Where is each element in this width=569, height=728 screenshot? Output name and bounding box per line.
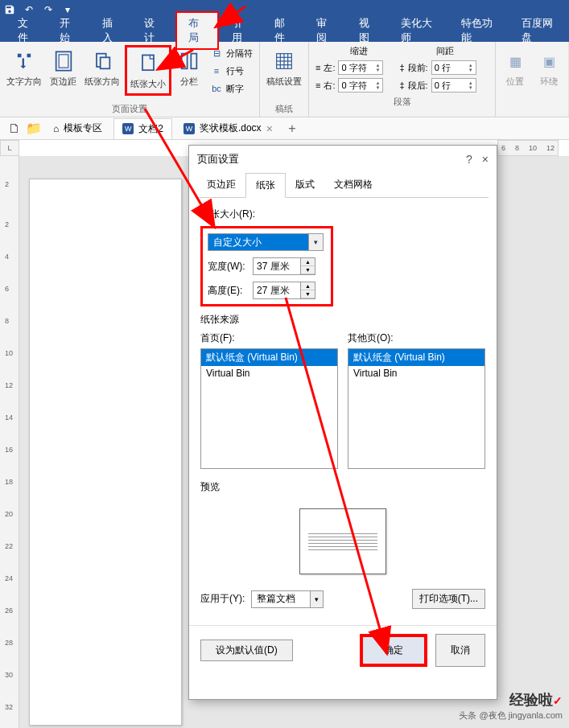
paper-size-icon: [135, 51, 161, 76]
line-numbers-button[interactable]: ≡行号: [207, 63, 256, 79]
other-page-label: 其他页(O):: [348, 331, 485, 345]
indent-right-input[interactable]: 0 字符▲▼: [338, 78, 383, 93]
indent-left-input[interactable]: 0 字符▲▼: [338, 60, 383, 75]
height-input[interactable]: ▲▼: [253, 282, 315, 299]
doc-tab-1[interactable]: W 文档2: [113, 118, 172, 139]
first-page-label: 首页(F):: [200, 331, 338, 345]
width-input[interactable]: ▲▼: [253, 257, 315, 275]
draft-settings-button[interactable]: 稿纸设置: [263, 45, 305, 91]
svg-rect-4: [142, 56, 154, 71]
dialog-tab-layout[interactable]: 版式: [286, 173, 324, 197]
paper-size-combo[interactable]: 自定义大小 ▾: [208, 233, 324, 251]
paragraph-label: 段落: [315, 94, 489, 109]
orientation-icon: [89, 48, 115, 74]
after-input[interactable]: 0 行▲▼: [431, 78, 476, 93]
text-direction-button[interactable]: 文字方向: [3, 45, 45, 91]
after-label: 段后:: [408, 80, 428, 92]
template-area-tab[interactable]: ⌂ 模板专区: [45, 118, 110, 138]
indent-right-icon: ≡: [315, 80, 320, 90]
margins-icon: [51, 48, 76, 74]
width-label: 宽度(W):: [208, 260, 248, 274]
document-page[interactable]: [29, 179, 182, 726]
ok-button[interactable]: 确定: [360, 634, 427, 667]
indent-left-label: 左:: [324, 62, 335, 74]
indent-left-icon: ≡: [315, 63, 320, 72]
wrap-icon: ▣: [536, 48, 562, 74]
svg-rect-5: [182, 54, 188, 69]
spin-up-icon[interactable]: ▲: [301, 282, 315, 290]
dialog-tabs: 页边距 纸张 版式 文档网格: [197, 173, 489, 198]
indent-header: 缩进: [350, 45, 368, 57]
word-icon: W: [183, 123, 195, 134]
draft-label: 稿纸: [260, 101, 308, 117]
page-setup-label: 页面设置: [0, 101, 259, 117]
dialog-title: 页面设置: [197, 152, 239, 167]
dialog-tab-margins[interactable]: 页边距: [197, 173, 245, 197]
ribbon: 文字方向 页边距 纸张方向 纸张大小 分栏 ⊟分隔符 ≡行号 bc断字: [0, 42, 569, 117]
columns-icon: [176, 48, 202, 74]
dialog-help-icon[interactable]: ?: [466, 153, 472, 166]
cancel-button[interactable]: 取消: [435, 634, 485, 667]
text-direction-icon: [11, 48, 37, 74]
close-icon[interactable]: ×: [266, 122, 273, 135]
vertical-ruler: 2 2 4 6 8 10 12 14 16 18 20 22 24 26 28 …: [0, 156, 19, 728]
add-tab-icon[interactable]: +: [284, 121, 300, 137]
height-label: 高度(E):: [208, 284, 248, 298]
set-default-button[interactable]: 设为默认值(D): [200, 640, 293, 661]
apply-to-combo[interactable]: 整篇文档 ▾: [251, 590, 324, 608]
spin-up-icon[interactable]: ▲: [301, 258, 315, 266]
ribbon-group-draft: 稿纸设置 稿纸: [260, 42, 309, 117]
svg-rect-3: [101, 57, 110, 68]
preview-label: 预览: [200, 480, 485, 494]
ribbon-group-arrange: ▦ 位置 ▣ 环绕: [496, 42, 569, 117]
ribbon-group-paragraph: 缩进 间距 ≡ 左: 0 字符▲▼ ‡ 段前: 0 行▲▼ ≡ 右: 0 字符▲…: [309, 42, 496, 117]
before-label: 段前:: [408, 62, 428, 74]
position-icon: ▦: [502, 48, 528, 74]
dialog-tab-paper[interactable]: 纸张: [245, 173, 286, 198]
position-button: ▦ 位置: [499, 45, 531, 91]
before-icon: ‡: [399, 63, 404, 72]
doc-tab-2[interactable]: W 奖状模板.docx ×: [175, 118, 281, 138]
before-input[interactable]: 0 行▲▼: [431, 60, 476, 75]
paper-source-label: 纸张来源: [200, 313, 485, 327]
ribbon-tabs: 文件 开始 插入 设计 布局 引用 邮件 审阅 视图 美化大师 特色功能 百度网…: [0, 19, 569, 42]
doc-tabs: 🗋 📁 ⌂ 模板专区 W 文档2 W 奖状模板.docx × +: [0, 117, 569, 140]
margins-button[interactable]: 页边距: [47, 45, 80, 91]
print-options-button[interactable]: 打印选项(T)...: [412, 589, 485, 609]
preview-box: [299, 508, 386, 574]
new-doc-icon[interactable]: 🗋: [6, 121, 23, 137]
home-icon: ⌂: [53, 123, 59, 134]
wrap-button: ▣ 环绕: [533, 45, 565, 91]
ruler-right: 681012: [497, 140, 559, 156]
ruler-corner: L: [0, 140, 19, 156]
spin-down-icon[interactable]: ▼: [301, 290, 315, 298]
dialog-close-icon[interactable]: ×: [482, 153, 489, 166]
dialog-tab-grid[interactable]: 文档网格: [324, 173, 382, 197]
apply-to-label: 应用于(Y):: [200, 592, 245, 606]
breaks-icon: ⊟: [210, 47, 223, 60]
chevron-down-icon[interactable]: ▾: [310, 591, 323, 607]
svg-rect-1: [59, 55, 68, 68]
watermark: 经验啦✓ 头条 @夜色 jingyanla.com: [459, 690, 563, 722]
paper-size-button[interactable]: 纸张大小: [125, 45, 171, 96]
columns-button[interactable]: 分栏: [173, 45, 205, 91]
paper-size-label: 纸张大小(R):: [200, 208, 485, 221]
word-icon: W: [122, 123, 134, 134]
spacing-header: 间距: [436, 45, 454, 57]
chevron-down-icon[interactable]: ▾: [308, 234, 323, 250]
other-page-listbox[interactable]: 默认纸盒 (Virtual Bin) Virtual Bin: [348, 348, 485, 469]
hyphenation-icon: bc: [210, 82, 223, 95]
open-folder-icon[interactable]: 📁: [26, 121, 42, 137]
first-page-listbox[interactable]: 默认纸盒 (Virtual Bin) Virtual Bin: [200, 348, 338, 469]
breaks-button[interactable]: ⊟分隔符: [207, 45, 256, 61]
paper-size-box: 自定义大小 ▾ 宽度(W): ▲▼ 高度(E): ▲▼: [200, 226, 333, 306]
draft-icon: [271, 48, 297, 74]
hyphenation-button[interactable]: bc断字: [207, 80, 256, 97]
after-icon: ‡: [399, 80, 404, 90]
orientation-button[interactable]: 纸张方向: [81, 45, 123, 91]
spin-down-icon[interactable]: ▼: [301, 266, 315, 274]
svg-rect-6: [191, 54, 196, 69]
line-numbers-icon: ≡: [210, 64, 223, 77]
page-setup-dialog: 页面设置 ? × 页边距 纸张 版式 文档网格 纸张大小(R): 自定义大小 ▾…: [188, 145, 497, 700]
ribbon-group-page-setup: 文字方向 页边距 纸张方向 纸张大小 分栏 ⊟分隔符 ≡行号 bc断字: [0, 42, 260, 117]
